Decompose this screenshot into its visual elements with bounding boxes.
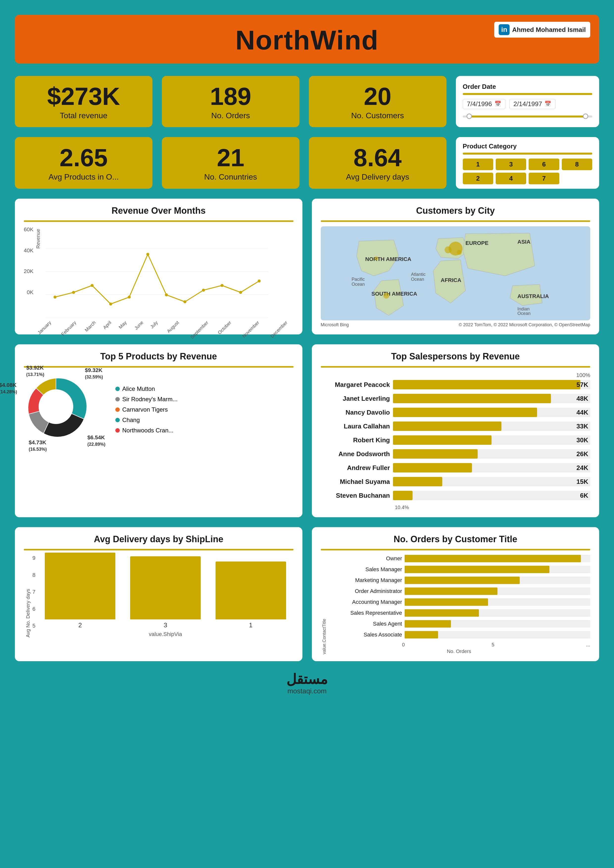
salesperson-value: 57K	[577, 381, 588, 389]
legend-item-4: Chang	[115, 417, 177, 423]
y-del-8: 8	[33, 572, 36, 578]
donut-label-bottom-left: $4.73K(16.53%)	[29, 439, 47, 452]
customer-title-row: Accounting Manager	[328, 598, 591, 606]
footer-sub: mostaqi.com	[15, 687, 599, 695]
salesperson-bar-track: 57K	[393, 380, 591, 389]
kpi-delivery-days: 8.64 Avg Delivery days	[309, 137, 446, 189]
map-svg: NORTH AMERICA EUROPE ASIA AFRICA SOUTH A…	[321, 226, 591, 320]
salesperson-bar-fill	[393, 449, 478, 459]
top-products-panel: Top 5 Products by Revenue $9.32K(32.59%)…	[15, 344, 302, 517]
bubble-north-america	[374, 257, 378, 260]
svg-point-7	[109, 302, 112, 305]
y-del-9: 9	[33, 555, 36, 561]
orders-customer-title: No. Orders by Customer Title	[321, 534, 591, 544]
customer-title-label: Marketing Manager	[328, 577, 402, 584]
kpi-value-revenue: $273K	[47, 84, 120, 108]
customer-title-row: Order Administrator	[328, 587, 591, 595]
salesperson-bar-fill	[393, 408, 537, 417]
customer-title-row: Sales Representative	[328, 609, 591, 617]
customer-title-label: Order Administrator	[328, 588, 402, 594]
salesperson-row: Anne Dodsworth 26K	[321, 449, 591, 459]
cat-btn-2[interactable]: 2	[463, 173, 493, 184]
cat-btn-8[interactable]: 8	[562, 158, 592, 170]
bubble-south-america	[383, 293, 389, 299]
salesperson-bar-fill	[393, 463, 472, 473]
customer-title-label: Sales Manager	[328, 566, 402, 573]
date-slider-thumb-right[interactable]	[583, 113, 588, 119]
donut-label-bottom-right: $6.54K(22.89%)	[87, 434, 106, 447]
kpi-orders: 189 No. Orders	[162, 76, 300, 127]
salesperson-value: 33K	[577, 423, 588, 430]
salesperson-row: Janet Leverling 48K	[321, 394, 591, 403]
salesperson-value: 44K	[577, 409, 588, 416]
customer-title-label: Owner	[328, 555, 402, 562]
svg-text:Ocean: Ocean	[517, 311, 530, 316]
customer-title-fill	[405, 609, 479, 617]
map-label-north-america: NORTH AMERICA	[365, 256, 411, 262]
date-start-box[interactable]: 7/4/1996 📅	[463, 99, 505, 109]
linkedin-name: Ahmed Mohamed Ismail	[512, 26, 586, 34]
map-label-pacific: Pacific	[351, 277, 365, 282]
map-footer-left: Microsoft Bing	[321, 322, 349, 327]
cat-btn-1[interactable]: 1	[463, 158, 493, 170]
customer-title-label: Sales Associate	[328, 631, 402, 638]
bar-v-label-1: 1	[249, 622, 252, 629]
footer-brand: مستقل	[15, 671, 599, 687]
svg-point-10	[165, 293, 168, 296]
cat-btn-3[interactable]: 3	[496, 158, 526, 170]
kpi-avg-products: 2.65 Avg Products in O...	[15, 137, 152, 189]
charts-row-3: Avg Delivery days by ShipLine Avg No. De…	[15, 527, 599, 661]
salesperson-bar-fill	[393, 436, 492, 445]
pct-bottom-label: 10.4%	[321, 505, 591, 510]
x-may: May	[118, 320, 128, 330]
product-cat-grid: 1 3 6 8 2 4 7	[463, 158, 592, 184]
svg-point-5	[72, 291, 75, 294]
date-end-box[interactable]: 2/14/1997 📅	[509, 99, 556, 109]
bar-v-label-3: 3	[163, 622, 167, 629]
salesperson-name: Anne Dodsworth	[321, 450, 390, 458]
donut-label-left: $4.08K(14.28%)	[0, 382, 17, 395]
x-jun: June	[134, 320, 145, 331]
map-label-atlantic: Atlantic	[411, 272, 426, 277]
y-axis-customer: value.ContactTitle	[321, 555, 328, 654]
svg-point-6	[90, 284, 93, 287]
x-tick-5: 5	[491, 642, 494, 648]
order-date-filter: Order Date 7/4/1996 📅 2/14/1997 📅	[456, 76, 599, 127]
revenue-chart-title: Revenue Over Months	[24, 206, 294, 216]
salesperson-bar-fill	[393, 491, 413, 500]
customer-title-row: Marketing Manager	[328, 577, 591, 584]
x-sep: September	[189, 320, 209, 340]
date-slider-thumb-left[interactable]	[466, 113, 472, 119]
linkedin-icon: in	[499, 24, 510, 35]
salesperson-row: Margaret Peacock 57K	[321, 380, 591, 389]
kpi-row-2: 2.65 Avg Products in O... 21 No. Conuntr…	[15, 137, 599, 189]
cat-btn-4[interactable]: 4	[496, 173, 526, 184]
salesperson-value: 24K	[577, 464, 588, 472]
orders-customer-panel: No. Orders by Customer Title value.Conta…	[312, 527, 599, 661]
y-axis-delivery: Avg No. Delivery days	[24, 555, 33, 637]
charts-row-1: Revenue Over Months 60K 40K 20K 0K Reven…	[15, 198, 599, 335]
product-category-filter: Product Category 1 3 6 8 2 4 7	[456, 137, 599, 189]
salesperson-name: Laura Callahan	[321, 423, 390, 430]
customers-city-bar	[321, 220, 591, 222]
y-del-5: 5	[33, 623, 36, 629]
customer-title-fill	[405, 620, 451, 628]
cat-btn-7[interactable]: 7	[529, 173, 559, 184]
date-slider-fill	[469, 116, 586, 118]
legend-item-1: Alice Mutton	[115, 385, 177, 392]
customer-title-fill	[405, 577, 520, 584]
svg-point-20	[39, 389, 73, 424]
kpi-label-countries: No. Conuntries	[204, 172, 257, 181]
kpi-value-countries: 21	[217, 145, 244, 170]
salesperson-value: 26K	[577, 450, 588, 458]
kpi-countries: 21 No. Conuntries	[162, 137, 300, 189]
legend-label-3: Carnarvon Tigers	[122, 406, 168, 413]
cat-btn-6[interactable]: 6	[529, 158, 559, 170]
salesperson-value: 15K	[577, 478, 588, 485]
kpi-value-customers: 20	[364, 84, 391, 108]
revenue-chart-panel: Revenue Over Months 60K 40K 20K 0K Reven…	[15, 198, 302, 335]
customer-title-label: Sales Agent	[328, 621, 402, 627]
customer-title-track	[405, 620, 591, 628]
y-axis-label: Revenue	[36, 226, 41, 249]
customer-title-label: Sales Representative	[328, 610, 402, 616]
